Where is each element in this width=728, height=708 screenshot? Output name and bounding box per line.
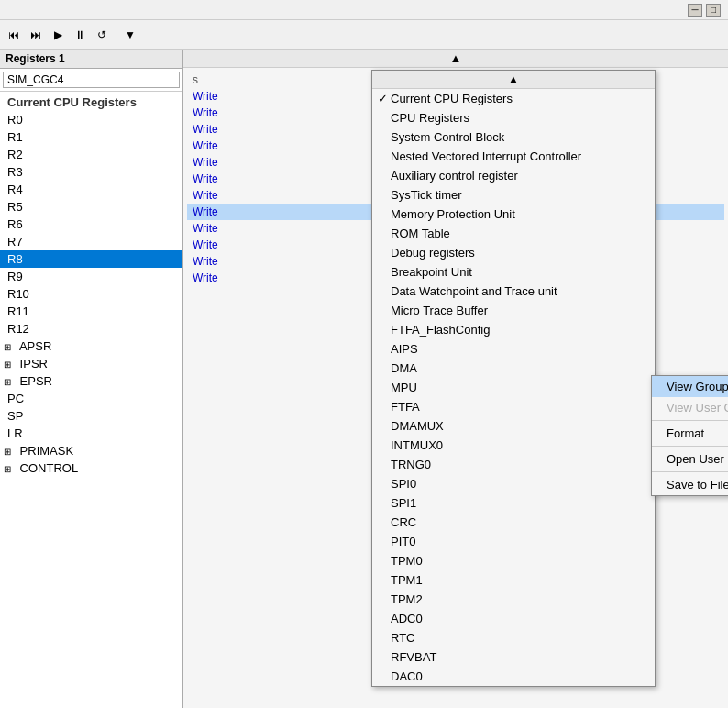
menu-item-auxiliary-control[interactable]: Auxiliary control register — [372, 166, 655, 185]
filter-bar[interactable] — [0, 69, 182, 92]
window-controls[interactable]: ─ □ — [688, 4, 721, 17]
left-panel: Registers 1 Current CPU Registers R0 R1 … — [0, 50, 183, 708]
register-apsr[interactable]: ⊞ APSR — [0, 337, 182, 355]
restart-button[interactable]: ↺ — [92, 25, 112, 45]
register-dropdown-menu: ▲ Current CPU Registers CPU Registers Sy… — [371, 70, 656, 687]
menu-item-micro-trace[interactable]: Micro Trace Buffer — [372, 301, 655, 320]
register-list: Current CPU Registers R0 R1 R2 R3 R4 R5 … — [0, 92, 182, 708]
context-save-to-file[interactable]: Save to File... — [652, 474, 728, 495]
menu-item-mpu[interactable]: Memory Protection Unit — [372, 205, 655, 224]
context-separator-2 — [652, 446, 728, 447]
menu-item-aips[interactable]: AIPS — [372, 339, 655, 359]
register-r2[interactable]: R2 — [0, 146, 182, 163]
menu-item-nvic[interactable]: Nested Vectored Interrupt Controller — [372, 147, 655, 166]
register-pc[interactable]: PC — [0, 390, 182, 407]
menu-item-debug-registers[interactable]: Debug registers — [372, 243, 655, 262]
menu-item-spi0[interactable]: SPI0 — [372, 474, 655, 493]
context-view-group[interactable]: View Group — [652, 376, 728, 397]
menu-item-mpu2[interactable]: MPU — [372, 378, 655, 397]
register-r12[interactable]: R12 — [0, 320, 182, 337]
dropdown-arrow-top[interactable]: ▲ — [183, 50, 728, 68]
run-button[interactable]: ▶ — [48, 25, 68, 45]
separator — [116, 26, 116, 44]
context-format[interactable]: Format — [652, 423, 728, 444]
menu-item-dma[interactable]: DMA — [372, 359, 655, 378]
register-r9[interactable]: R9 — [0, 268, 182, 285]
menu-item-intmux0[interactable]: INTMUX0 — [372, 436, 655, 455]
register-ipsr[interactable]: ⊞ IPSR — [0, 355, 182, 372]
menu-item-tpm0[interactable]: TPM0 — [372, 551, 655, 570]
context-view-user-group: View User Group — [652, 397, 728, 418]
menu-item-cpu-registers[interactable]: CPU Registers — [372, 108, 655, 127]
register-r7[interactable]: R7 — [0, 233, 182, 250]
menu-item-tpm1[interactable]: TPM1 — [372, 570, 655, 590]
menu-item-spi1[interactable]: SPI1 — [372, 493, 655, 513]
register-r1[interactable]: R1 — [0, 128, 182, 146]
context-menu: View Group View User Group Format Open U… — [651, 375, 728, 496]
dropdown-arrow-menu[interactable]: ▲ — [372, 71, 655, 89]
minimize-button[interactable]: ─ — [688, 4, 702, 17]
toolbar: ⏮ ⏭ ▶ ⏸ ↺ ▼ — [0, 20, 728, 50]
register-r8[interactable]: R8 — [0, 250, 182, 268]
filter-input[interactable] — [3, 72, 180, 88]
main-layout: Registers 1 Current CPU Registers R0 R1 … — [0, 50, 728, 708]
menu-item-rom-table[interactable]: ROM Table — [372, 224, 655, 243]
register-sp[interactable]: SP — [0, 407, 182, 425]
register-r10[interactable]: R10 — [0, 285, 182, 303]
step-button[interactable]: ⏭ — [26, 25, 46, 45]
register-r5[interactable]: R5 — [0, 198, 182, 216]
menu-item-adc0[interactable]: ADC0 — [372, 609, 655, 628]
maximize-button[interactable]: □ — [706, 4, 721, 17]
context-separator-1 — [652, 420, 728, 421]
menu-item-tpm2[interactable]: TPM2 — [372, 590, 655, 609]
register-r0[interactable]: R0 — [0, 111, 182, 128]
menu-item-rfvbat[interactable]: RFVBAT — [372, 647, 655, 667]
register-r3[interactable]: R3 — [0, 163, 182, 181]
register-primask[interactable]: ⊞ PRIMASK — [0, 442, 182, 459]
menu-item-ftfa[interactable]: FTFA — [372, 397, 655, 416]
register-r6[interactable]: R6 — [0, 216, 182, 233]
context-open-user-groups[interactable]: Open User Groups Setup Window — [652, 448, 728, 470]
registers-panel-header: Registers 1 — [0, 50, 182, 69]
register-category: Current CPU Registers — [0, 92, 182, 111]
right-panel: ▲ s Write Write Write Write Write Write … — [183, 50, 728, 708]
menu-item-dmamux[interactable]: DMAMUX — [372, 416, 655, 436]
title-bar: ─ □ — [0, 0, 728, 20]
menu-item-systick[interactable]: SysTick timer — [372, 185, 655, 205]
menu-item-dac0[interactable]: DAC0 — [372, 667, 655, 686]
menu-item-trng0[interactable]: TRNG0 — [372, 455, 655, 474]
menu-item-pit0[interactable]: PIT0 — [372, 532, 655, 551]
register-epsr[interactable]: ⊞ EPSR — [0, 372, 182, 390]
register-lr[interactable]: LR — [0, 425, 182, 442]
menu-item-crc[interactable]: CRC — [372, 513, 655, 532]
menu-item-rtc[interactable]: RTC — [372, 628, 655, 647]
menu-item-system-control-block[interactable]: System Control Block — [372, 127, 655, 147]
menu-item-data-watchpoint[interactable]: Data Watchpoint and Trace unit — [372, 282, 655, 301]
menu-item-current-cpu-registers[interactable]: Current CPU Registers — [372, 89, 655, 108]
register-r4[interactable]: R4 — [0, 181, 182, 198]
register-r11[interactable]: R11 — [0, 303, 182, 320]
toolbar-dropdown[interactable]: ▼ — [120, 25, 140, 45]
menu-item-breakpoint-unit[interactable]: Breakpoint Unit — [372, 262, 655, 282]
menu-item-ftfa-flash[interactable]: FTFA_FlashConfig — [372, 320, 655, 339]
step-into-button[interactable]: ⏮ — [4, 25, 24, 45]
context-separator-3 — [652, 471, 728, 472]
pause-button[interactable]: ⏸ — [70, 25, 90, 45]
register-control[interactable]: ⊞ CONTROL — [0, 459, 182, 477]
